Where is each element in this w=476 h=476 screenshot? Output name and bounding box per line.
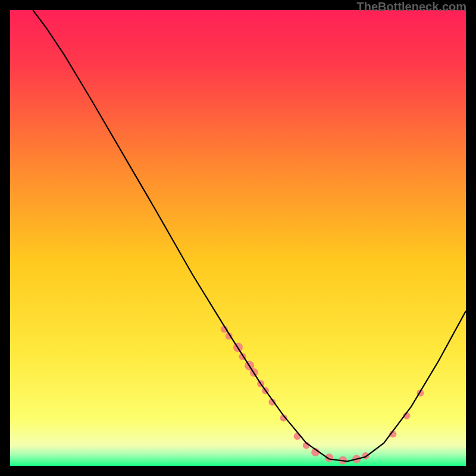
watermark-text: TheBottleneck.com bbox=[357, 0, 466, 14]
chart-svg bbox=[10, 10, 466, 466]
scatter-points bbox=[221, 325, 424, 465]
plot-area bbox=[9, 9, 467, 467]
data-point bbox=[294, 433, 301, 440]
data-point bbox=[362, 452, 369, 459]
chart-container: TheBottleneck.com bbox=[0, 0, 476, 476]
bottleneck-curve bbox=[33, 10, 466, 461]
